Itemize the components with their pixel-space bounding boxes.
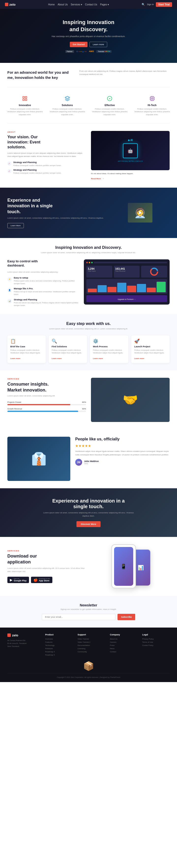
step-launch-title: Launch Project (134, 345, 167, 348)
bar-5 (127, 286, 136, 292)
newsletter-subscribe-button[interactable]: Subscribe (118, 614, 135, 620)
play-button[interactable] (136, 208, 145, 217)
footer-product-overview[interactable]: Overview (45, 638, 73, 640)
dot-red (105, 51, 106, 52)
footer-product-roadmap4[interactable]: Roadmap 4 (45, 651, 73, 653)
dashboard-features-list: Easy to control withdashboard. Lorem ips… (7, 259, 79, 307)
progress-projects-bar (7, 404, 86, 405)
newsletter-email-input[interactable] (42, 614, 116, 620)
advanced-world-left: For an advanced world for you and me, In… (7, 70, 72, 80)
mockup-dots-header (86, 262, 167, 263)
step-solutions-link[interactable]: Learn more (52, 358, 62, 360)
nav-about[interactable]: About Us (58, 3, 68, 6)
nav-pages[interactable]: Pages ▾ (100, 3, 109, 6)
footer-support-video1[interactable]: Video Tutorial (78, 638, 105, 640)
footer-support-docs[interactable]: Documentation (78, 644, 105, 647)
progress-projects-fill (7, 404, 70, 405)
signin-text[interactable]: Sign In (147, 3, 154, 6)
vision-item-1-desc: Finibus consequat condim interdum portti… (13, 164, 61, 167)
footer-product-roadmap5[interactable]: Roadmap 5 (45, 654, 73, 656)
app-store-button[interactable]: 🍎 Download on the App Store (31, 577, 52, 583)
steps-header: Easy step work with us. Lorem ipsum dolo… (7, 321, 170, 331)
footer-product-icon-area: 📦 (7, 661, 170, 671)
learn-more-button[interactable]: Learn more (89, 42, 107, 47)
step-process-link[interactable]: Learn more (93, 358, 103, 360)
footer-legal-privacy[interactable]: Privacy Policy (142, 638, 170, 640)
stat-users-num: 3,294 (88, 267, 111, 270)
get-started-button[interactable]: Get Started (70, 42, 88, 47)
footer-col-support: Support Video Tutorial Video Tutorial 2 … (78, 633, 105, 657)
google-play-button[interactable]: ▶ Get it on Google Play (7, 577, 29, 583)
footer-company-press[interactable]: Press (110, 644, 138, 647)
footer-company-title: Company (110, 633, 138, 636)
footer: zelo At Cursus Rutrum Est.Et At Urna Et.… (0, 627, 177, 682)
footer-product-releases[interactable]: Releases (45, 647, 73, 650)
hero-title: Inspiring Innovationand Discovery. (52, 19, 125, 33)
product-icon: 📦 (83, 661, 94, 671)
vision-title: Your vision. Ourinnovation: Eventsolutio… (7, 134, 86, 150)
solutions-desc: Finibus consequat condim interdum. Vesti… (49, 107, 86, 116)
footer-support-community[interactable]: Community (78, 651, 105, 653)
vision-item-2: ✓ Strategy and Planning Finibus consequa… (7, 169, 86, 175)
search-icon[interactable]: 🔍 (142, 3, 145, 6)
start-trial-button[interactable]: Start Trial (156, 2, 172, 7)
dashboard-item-1: ⚡ Easy to setup Finibus quam ante ut arc… (7, 277, 79, 285)
dashboard-item-3-icon: 📊 (7, 299, 12, 303)
bar-7 (147, 288, 156, 292)
vision-desc: Lorem laborum ipsum torque et sem aliqua… (7, 152, 86, 158)
dashboard-item-1-title: Easy to setup (14, 277, 79, 279)
experience2-desc: Lorem ipsum dolor sit amet, consectetur … (42, 512, 135, 518)
author-role: CEO (84, 463, 99, 465)
dashboard-mockup-area: 3,294 Total Users 163,441 Total Revenue (84, 259, 170, 305)
experience-media: 🧑‍💼 (128, 203, 152, 222)
footer-copyright: Copyright © 2022 Zelo Corporation. All r… (7, 676, 170, 678)
nav-services[interactable]: Services ▾ (71, 3, 82, 6)
advanced-world-title: For an advanced world for you and me, In… (7, 70, 72, 80)
footer-company-careers[interactable]: Careers (110, 641, 138, 643)
footer-legal-cookie[interactable]: Cookie Policy (142, 644, 170, 647)
testimonial-content: People like us, officially ★★★★★ Vestibu… (75, 437, 170, 466)
footer-product-title: Product (45, 633, 73, 636)
app-tag: SERVICES (7, 550, 85, 552)
footer-company-news[interactable]: News (110, 647, 138, 650)
dot-blue (109, 51, 110, 52)
hitech-desc: Finibus consequat condim interdum. Vesti… (134, 107, 171, 116)
step-solutions-icon: 🔍 (52, 338, 84, 344)
dot-red-mockup (86, 262, 88, 263)
footer-product-technology[interactable]: Technology (45, 644, 73, 647)
learn-more-experience-button[interactable]: Learn More (7, 223, 24, 228)
nav-contact[interactable]: Contact Us (85, 3, 97, 6)
step-launch-link[interactable]: Learn more (134, 358, 144, 360)
step-brief-link[interactable]: Learn more (10, 358, 21, 360)
dot-green-mockup (91, 262, 93, 263)
phone-mockup-1: 📱 (111, 544, 136, 588)
footer-company-contact[interactable]: Contact (110, 651, 138, 653)
nav-home[interactable]: Home (48, 3, 55, 6)
mockup-cta-bar: Upgrade to Premium → (86, 295, 167, 302)
testimonial-section: 👔 People like us, officially ★★★★★ Vesti… (0, 429, 177, 488)
experience-left: Experience andinnovation in a singletouc… (7, 197, 106, 228)
footer-brand-desc: At Cursus Rutrum Est.Et At Urna Et. Tinc… (7, 639, 40, 648)
newsletter-form: Subscribe (42, 614, 135, 620)
app-left: SERVICES Download ourapplication Lorem i… (7, 550, 85, 583)
step-launch-desc: Finibus consequat condim interdum Vestib… (134, 349, 167, 354)
footer-legal-terms[interactable]: Terms of Use (142, 641, 170, 643)
footer-support-video2[interactable]: Video Tutorial 2 (78, 641, 105, 643)
vision-item-2-icon: ✓ (7, 169, 11, 173)
bar-3 (108, 287, 117, 292)
effective-icon (106, 95, 114, 102)
translat-dots (105, 51, 110, 52)
footer-support-licensing[interactable]: Licensing (78, 647, 105, 650)
phone-screen-1: 📱 (114, 547, 133, 586)
dashboard-item-3: 📊 Strategy and Planning Proin est rutrum… (7, 299, 79, 307)
newsletter-desc: Signup our newsletter to get update info… (7, 608, 170, 610)
footer-product-features[interactable]: Features (45, 641, 73, 643)
footer-top: zelo At Cursus Rutrum Est.Et At Urna Et.… (7, 633, 170, 657)
footer-company-about[interactable]: About Us (110, 638, 138, 640)
testimonial-image-area: 👔 (7, 437, 70, 481)
stat-users-label: Total Users (88, 270, 111, 272)
newsletter-section: Newsletter Signup our newsletter to get … (0, 596, 177, 627)
bar-4 (117, 283, 126, 292)
vision-readmore-link[interactable]: Read More (91, 178, 101, 180)
discover-more-button[interactable]: Discover More (77, 521, 100, 527)
